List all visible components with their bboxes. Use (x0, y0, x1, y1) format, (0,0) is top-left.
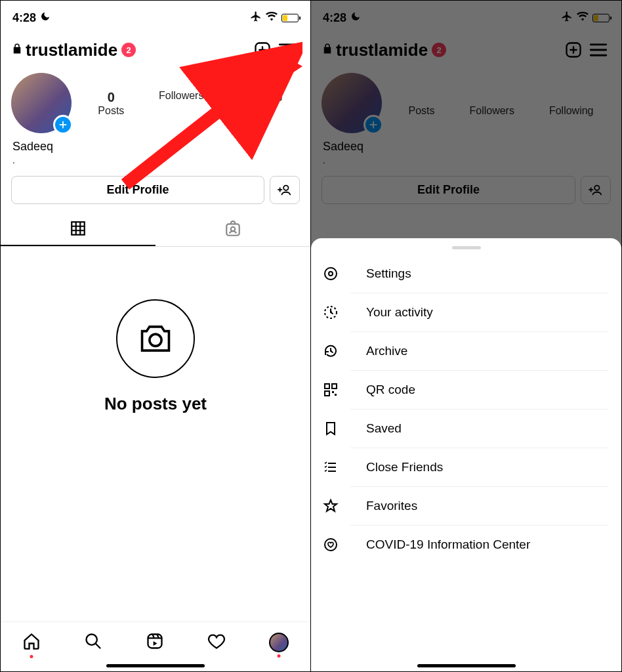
hamburger-menu-button[interactable] (275, 37, 300, 62)
svg-rect-20 (335, 394, 337, 396)
status-bar: 4:28 (1, 1, 310, 30)
qr-code-icon (321, 382, 340, 398)
nav-search[interactable] (84, 632, 102, 653)
menu-label: QR code (366, 383, 415, 397)
sheet-handle[interactable] (452, 246, 481, 249)
battery-icon (281, 14, 299, 22)
profile-screen: 4:28 trustlami (1, 1, 311, 671)
empty-text: No posts yet (104, 394, 207, 414)
svg-rect-16 (325, 384, 329, 388)
nav-home[interactable] (22, 632, 41, 653)
lock-icon (11, 42, 23, 58)
close-friends-icon (321, 459, 340, 475)
stat-posts[interactable]: 0 Posts (98, 90, 124, 117)
svg-rect-18 (325, 391, 329, 396)
menu-label: Your activity (366, 305, 433, 320)
nav-reels[interactable] (146, 632, 164, 653)
menu-label: Archive (366, 344, 407, 358)
menu-item-settings[interactable]: Settings (350, 255, 608, 293)
menu-item-qr[interactable]: QR code (350, 371, 608, 410)
username-dropdown[interactable]: trustlamide 2 (26, 40, 136, 60)
add-story-icon[interactable] (53, 115, 73, 135)
menu-label: Saved (366, 421, 402, 436)
tab-tagged[interactable] (156, 212, 310, 246)
home-indicator[interactable] (417, 664, 516, 667)
posts-label: Posts (98, 105, 124, 117)
dnd-moon-icon (40, 11, 51, 25)
home-indicator[interactable] (106, 664, 205, 667)
menu-item-activity[interactable]: Your activity (350, 293, 608, 332)
stat-following[interactable]: Following (238, 90, 283, 117)
menu-label: Favorites (366, 499, 417, 513)
posts-count: 0 (98, 90, 124, 105)
following-label: Following (238, 90, 283, 102)
menu-item-close-friends[interactable]: Close Friends (350, 448, 608, 487)
heart-circle-icon (321, 537, 340, 553)
tagged-icon (224, 220, 241, 238)
menu-sheet-screen: 4:28 trustlamide 2 (311, 1, 621, 671)
edit-profile-button[interactable]: Edit Profile (11, 176, 264, 204)
svg-rect-2 (72, 222, 85, 235)
display-name: Sadeeq (1, 138, 310, 155)
activity-icon (321, 304, 340, 320)
airplane-mode-icon (250, 10, 262, 25)
wifi-icon (266, 12, 278, 24)
tab-posts-grid[interactable] (1, 212, 156, 246)
menu-label: Close Friends (366, 460, 443, 474)
menu-item-favorites[interactable]: Favorites (350, 487, 608, 526)
discover-people-button[interactable] (270, 176, 300, 204)
svg-point-21 (325, 539, 337, 551)
menu-item-saved[interactable]: Saved (350, 410, 608, 448)
svg-point-5 (150, 334, 161, 346)
settings-icon (321, 266, 340, 282)
nav-dot-icon (30, 655, 33, 658)
menu-label: COVID-19 Information Center (366, 537, 530, 552)
svg-rect-19 (332, 391, 334, 393)
svg-point-14 (329, 272, 333, 276)
svg-rect-3 (226, 224, 239, 235)
camera-icon (116, 299, 195, 378)
empty-state: No posts yet (1, 247, 310, 414)
nav-activity[interactable] (207, 632, 226, 653)
nav-dot-icon (278, 654, 281, 658)
bio-text: . (1, 155, 310, 172)
bookmark-icon (321, 421, 340, 436)
status-time: 4:28 (12, 11, 36, 25)
notification-badge: 2 (121, 43, 136, 57)
stat-followers[interactable]: Followers (159, 90, 203, 117)
followers-label: Followers (159, 90, 203, 102)
nav-profile[interactable] (269, 633, 289, 652)
username-text: trustlamide (26, 40, 117, 60)
menu-item-covid[interactable]: COVID-19 Information Center (350, 526, 608, 564)
star-icon (321, 498, 340, 514)
grid-icon (70, 220, 87, 237)
menu-item-archive[interactable]: Archive (350, 332, 608, 371)
bottom-sheet: Settings Your activity Archive QR code S… (311, 238, 621, 671)
svg-rect-7 (148, 634, 162, 648)
menu-label: Settings (366, 266, 411, 281)
archive-icon (321, 343, 340, 359)
svg-rect-17 (332, 384, 337, 388)
create-post-button[interactable] (250, 37, 275, 62)
svg-point-1 (283, 185, 288, 190)
avatar[interactable] (11, 73, 72, 133)
